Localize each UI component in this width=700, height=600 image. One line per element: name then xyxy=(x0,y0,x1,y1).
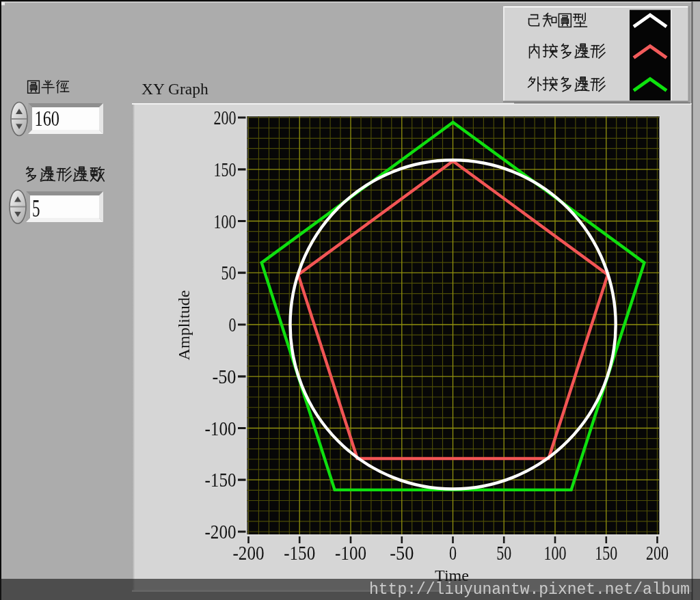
svg-text:-100: -100 xyxy=(205,417,237,439)
svg-text:50: 50 xyxy=(496,541,511,564)
svg-text:http://liuyunantw.pixnet.net/a: http://liuyunantw.pixnet.net/album xyxy=(369,581,690,599)
svg-text:0: 0 xyxy=(229,313,237,336)
svg-text:150: 150 xyxy=(214,158,237,180)
svg-text:-200: -200 xyxy=(233,541,265,564)
svg-text:100: 100 xyxy=(214,210,237,232)
svg-text:100: 100 xyxy=(544,541,567,564)
svg-text:50: 50 xyxy=(221,261,237,284)
svg-text:-150: -150 xyxy=(205,468,237,491)
svg-text:-50: -50 xyxy=(213,365,237,387)
svg-text:-200: -200 xyxy=(205,520,237,543)
svg-text:-100: -100 xyxy=(335,541,366,564)
svg-text:0: 0 xyxy=(449,541,457,564)
svg-text:5: 5 xyxy=(32,195,40,222)
svg-text:-150: -150 xyxy=(284,541,315,564)
svg-text:XY Graph: XY Graph xyxy=(142,80,208,98)
svg-text:160: 160 xyxy=(35,106,60,131)
svg-text:-50: -50 xyxy=(390,541,414,564)
svg-text:200: 200 xyxy=(646,541,669,564)
svg-text:200: 200 xyxy=(214,106,237,128)
svg-text:150: 150 xyxy=(595,541,617,564)
svg-text:Amplitude: Amplitude xyxy=(175,290,193,361)
